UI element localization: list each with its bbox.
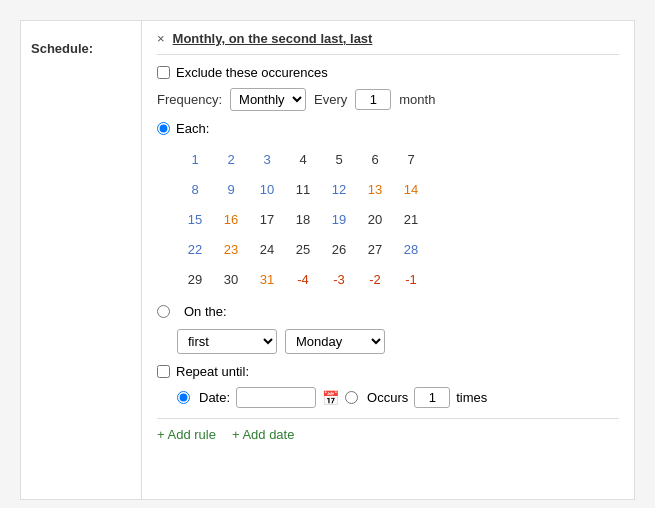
date-input[interactable] (236, 387, 316, 408)
calendar-cell[interactable]: -4 (285, 264, 321, 294)
calendar-cell[interactable]: 3 (249, 144, 285, 174)
calendar-grid: 1234567891011121314151617181920212223242… (177, 144, 619, 294)
each-row: Each: (157, 121, 619, 136)
day-select[interactable]: Monday Tuesday Wednesday Thursday Friday… (285, 329, 385, 354)
calendar-cell[interactable]: -2 (357, 264, 393, 294)
occurs-input[interactable] (414, 387, 450, 408)
calendar-cell[interactable]: 24 (249, 234, 285, 264)
on-the-selects: first second third fourth last second la… (177, 329, 619, 354)
calendar-row: 293031-4-3-2-1 (177, 264, 619, 294)
calendar-cell[interactable]: 13 (357, 174, 393, 204)
on-the-radio[interactable] (157, 305, 170, 318)
calendar-cell[interactable]: 9 (213, 174, 249, 204)
calendar-row: 891011121314 (177, 174, 619, 204)
date-radio[interactable] (177, 391, 190, 404)
calendar-cell[interactable]: 5 (321, 144, 357, 174)
frequency-row: Frequency: Daily Weekly Monthly Yearly E… (157, 88, 619, 111)
calendar-cell[interactable]: 4 (285, 144, 321, 174)
date-label: Date: (199, 390, 230, 405)
month-label: month (399, 92, 435, 107)
calendar-cell[interactable]: 28 (393, 234, 429, 264)
schedule-title: Monthly, on the second last, last (173, 31, 373, 46)
calendar-cell[interactable]: 8 (177, 174, 213, 204)
times-label: times (456, 390, 487, 405)
calendar-cell[interactable]: 6 (357, 144, 393, 174)
calendar-cell[interactable]: 7 (393, 144, 429, 174)
add-rule-link[interactable]: + Add rule (157, 427, 216, 442)
frequency-label: Frequency: (157, 92, 222, 107)
calendar-cell[interactable]: 31 (249, 264, 285, 294)
repeat-checkbox[interactable] (157, 365, 170, 378)
calendar-cell[interactable]: 20 (357, 204, 393, 234)
calendar-cell[interactable]: 23 (213, 234, 249, 264)
repeat-until-row: Repeat until: (157, 364, 619, 379)
calendar-cell[interactable]: 1 (177, 144, 213, 174)
calendar-cell[interactable]: 14 (393, 174, 429, 204)
calendar-cell[interactable]: 17 (249, 204, 285, 234)
calendar-cell[interactable]: 11 (285, 174, 321, 204)
calendar-cell[interactable]: 22 (177, 234, 213, 264)
close-icon[interactable]: × (157, 31, 165, 46)
repeat-options: Date: 📅 Occurs times (177, 387, 619, 408)
on-the-row: On the: (157, 304, 619, 319)
calendar-cell[interactable]: -3 (321, 264, 357, 294)
position-select[interactable]: first second third fourth last second la… (177, 329, 277, 354)
calendar-cell[interactable]: 2 (213, 144, 249, 174)
calendar-cell[interactable]: 27 (357, 234, 393, 264)
calendar-cell[interactable]: -1 (393, 264, 429, 294)
main-panel: × Monthly, on the second last, last Excl… (141, 21, 634, 499)
calendar-cell[interactable]: 10 (249, 174, 285, 204)
calendar-cell[interactable]: 15 (177, 204, 213, 234)
exclude-row: Exclude these occurences (157, 65, 619, 80)
occurs-label: Occurs (367, 390, 408, 405)
title-row: × Monthly, on the second last, last (157, 31, 619, 55)
calendar-cell[interactable]: 18 (285, 204, 321, 234)
schedule-container: Schedule: × Monthly, on the second last,… (20, 20, 635, 500)
calendar-cell[interactable]: 30 (213, 264, 249, 294)
calendar-cell[interactable]: 16 (213, 204, 249, 234)
add-date-link[interactable]: + Add date (232, 427, 295, 442)
each-radio[interactable] (157, 122, 170, 135)
every-label: Every (314, 92, 347, 107)
calendar-icon[interactable]: 📅 (322, 390, 339, 406)
calendar-cell[interactable]: 19 (321, 204, 357, 234)
calendar-cell[interactable]: 29 (177, 264, 213, 294)
calendar-cell[interactable]: 25 (285, 234, 321, 264)
every-input[interactable] (355, 89, 391, 110)
exclude-checkbox[interactable] (157, 66, 170, 79)
calendar-cell[interactable]: 26 (321, 234, 357, 264)
on-the-label: On the: (184, 304, 227, 319)
occurs-radio[interactable] (345, 391, 358, 404)
repeat-label: Repeat until: (176, 364, 249, 379)
calendar-row: 22232425262728 (177, 234, 619, 264)
calendar-cell[interactable]: 21 (393, 204, 429, 234)
exclude-label: Exclude these occurences (176, 65, 328, 80)
footer-row: + Add rule + Add date (157, 418, 619, 442)
calendar-cell[interactable]: 12 (321, 174, 357, 204)
schedule-label: Schedule: (21, 21, 141, 499)
each-label: Each: (176, 121, 209, 136)
calendar-row: 1234567 (177, 144, 619, 174)
schedule-label-text: Schedule: (31, 41, 93, 56)
frequency-select[interactable]: Daily Weekly Monthly Yearly (230, 88, 306, 111)
calendar-row: 15161718192021 (177, 204, 619, 234)
